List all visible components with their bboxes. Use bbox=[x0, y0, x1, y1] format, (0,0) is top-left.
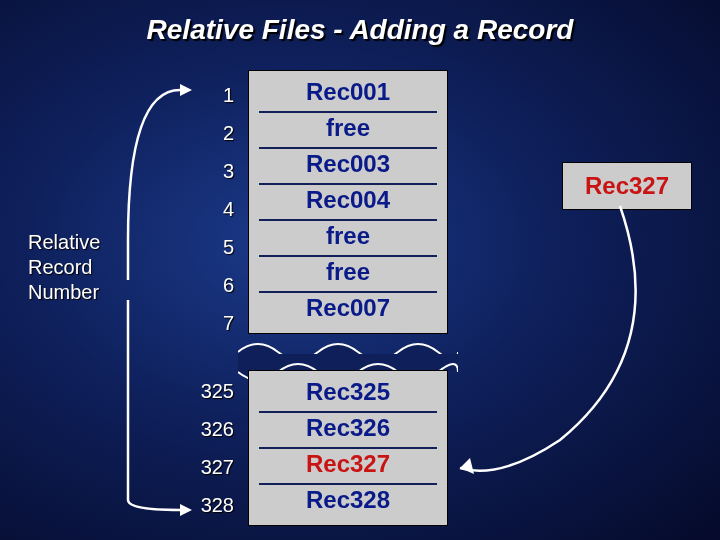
slide-title: Relative Files - Adding a Record bbox=[0, 14, 720, 46]
axis-label-line3: Number bbox=[28, 281, 99, 303]
index-cell: 5 bbox=[190, 228, 234, 266]
svg-marker-2 bbox=[460, 458, 474, 474]
record-row: Rec003 bbox=[259, 149, 437, 185]
record-row: Rec007 bbox=[259, 293, 437, 329]
insert-record-box: Rec327 bbox=[562, 162, 692, 210]
insert-arrow-icon bbox=[440, 200, 680, 480]
index-cell: 4 bbox=[190, 190, 234, 228]
record-row: Rec325 bbox=[259, 377, 437, 413]
index-cell: 328 bbox=[190, 486, 234, 524]
index-cell: 6 bbox=[190, 266, 234, 304]
index-cell: 2 bbox=[190, 114, 234, 152]
axis-label: Relative Record Number bbox=[28, 230, 100, 305]
record-table-top: Rec001 free Rec003 Rec004 free free Rec0… bbox=[248, 70, 448, 334]
record-row: free bbox=[259, 257, 437, 293]
record-row: Rec001 bbox=[259, 77, 437, 113]
record-row: free bbox=[259, 221, 437, 257]
record-row: Rec004 bbox=[259, 185, 437, 221]
index-cell: 325 bbox=[190, 372, 234, 410]
record-table-bottom: Rec325 Rec326 Rec327 Rec328 bbox=[248, 370, 448, 526]
index-cell: 326 bbox=[190, 410, 234, 448]
index-column: 1 2 3 4 5 6 7 325 326 327 328 bbox=[190, 76, 234, 524]
record-row: Rec328 bbox=[259, 485, 437, 521]
record-row: Rec326 bbox=[259, 413, 437, 449]
axis-label-line1: Relative bbox=[28, 231, 100, 253]
index-cell: 3 bbox=[190, 152, 234, 190]
axis-label-line2: Record bbox=[28, 256, 92, 278]
index-cell: 7 bbox=[190, 304, 234, 342]
record-row: free bbox=[259, 113, 437, 149]
record-row-highlight: Rec327 bbox=[259, 449, 437, 485]
tear-icon bbox=[238, 334, 458, 370]
index-cell: 327 bbox=[190, 448, 234, 486]
index-cell: 1 bbox=[190, 76, 234, 114]
